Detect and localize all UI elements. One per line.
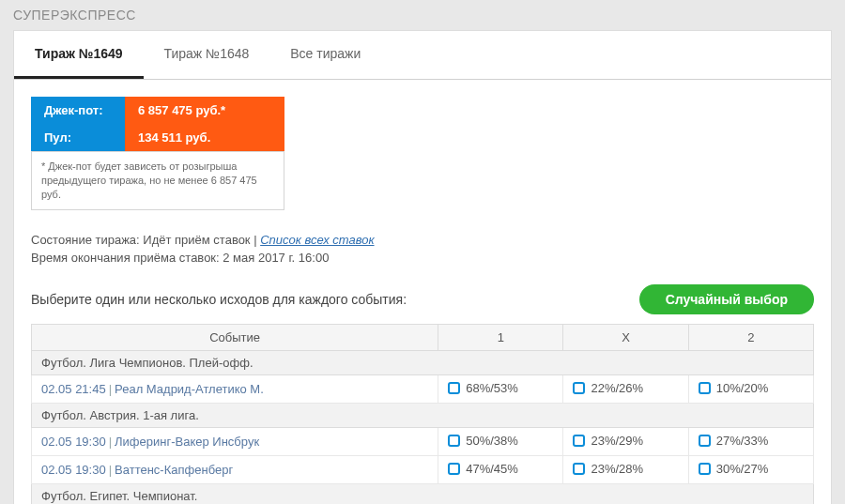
checkbox-icon[interactable] bbox=[573, 382, 585, 394]
group-title: Футбол. Австрия. 1-ая лига. bbox=[32, 403, 814, 427]
event-cell: 02.05 21:45|Реал Мадрид-Атлетико М. bbox=[32, 374, 438, 403]
pool-label: Пул: bbox=[31, 124, 125, 151]
outcome-cell-o2[interactable]: 30%/27% bbox=[688, 455, 813, 483]
group-title: Футбол. Лига Чемпионов. Плей-офф. bbox=[32, 350, 814, 374]
outcome-cell-o1[interactable]: 47%/45% bbox=[438, 455, 563, 483]
content: Джек-пот: 6 857 475 руб.* Пул: 134 511 р… bbox=[14, 80, 831, 504]
outcome-cell-o2[interactable]: 10%/20% bbox=[688, 374, 813, 403]
tab-draw-1648[interactable]: Тираж №1648 bbox=[144, 31, 270, 79]
outcome-cell-ox[interactable]: 23%/28% bbox=[563, 455, 688, 483]
header-outcome-2: 2 bbox=[688, 324, 813, 350]
event-row: 02.05 19:30|Ваттенс-Капфенберг47%/45%23%… bbox=[32, 455, 814, 483]
event-group-header: Футбол. Египет. Чемпионат. bbox=[32, 483, 814, 504]
jackpot-table: Джек-пот: 6 857 475 руб.* Пул: 134 511 р… bbox=[31, 97, 284, 151]
outcome-odds: 27%/33% bbox=[716, 434, 769, 448]
jackpot-label: Джек-пот: bbox=[31, 97, 125, 124]
header-outcome-x: X bbox=[563, 324, 688, 350]
event-match: Лиферинг-Вакер Инсбрук bbox=[115, 435, 259, 449]
deadline-text: Время окончания приёма ставок: 2 мая 201… bbox=[31, 249, 814, 267]
tabs: Тираж №1649 Тираж №1648 Все тиражи bbox=[14, 31, 831, 80]
header-event: Событие bbox=[32, 324, 438, 350]
outcome-cell-o2[interactable]: 27%/33% bbox=[688, 427, 813, 455]
outcome-odds: 22%/26% bbox=[591, 381, 643, 395]
separator: | bbox=[106, 382, 115, 396]
event-group-header: Футбол. Австрия. 1-ая лига. bbox=[32, 403, 814, 427]
jackpot-value: 6 857 475 руб.* bbox=[125, 97, 284, 124]
outcome-odds: 50%/38% bbox=[466, 434, 518, 448]
main-panel: Тираж №1649 Тираж №1648 Все тиражи Джек-… bbox=[13, 30, 832, 504]
outcome-cell-ox[interactable]: 22%/26% bbox=[563, 374, 688, 403]
event-cell: 02.05 19:30|Лиферинг-Вакер Инсбрук bbox=[32, 427, 438, 455]
tab-draw-1649[interactable]: Тираж №1649 bbox=[14, 31, 144, 79]
checkbox-icon[interactable] bbox=[573, 463, 585, 475]
outcome-odds: 30%/27% bbox=[716, 462, 769, 476]
outcome-odds: 23%/28% bbox=[591, 462, 643, 476]
pool-value: 134 511 руб. bbox=[125, 124, 284, 151]
page-title: СУПЕРЭКСПРЕСС bbox=[0, 0, 845, 30]
event-match: Ваттенс-Капфенберг bbox=[115, 463, 233, 477]
outcome-odds: 23%/29% bbox=[591, 434, 643, 448]
random-choice-button[interactable]: Случайный выбор bbox=[639, 284, 814, 314]
checkbox-icon[interactable] bbox=[699, 382, 711, 394]
event-cell: 02.05 19:30|Ваттенс-Капфенберг bbox=[32, 455, 438, 483]
outcome-cell-ox[interactable]: 23%/29% bbox=[563, 427, 688, 455]
event-datetime: 02.05 21:45 bbox=[41, 382, 106, 396]
event-row: 02.05 21:45|Реал Мадрид-Атлетико М.68%/5… bbox=[32, 374, 814, 403]
all-bets-link[interactable]: Список всех ставок bbox=[260, 233, 374, 247]
outcome-odds: 47%/45% bbox=[466, 462, 518, 476]
toolbar: Выберите один или несколько исходов для … bbox=[31, 284, 814, 314]
event-row: 02.05 19:30|Лиферинг-Вакер Инсбрук50%/38… bbox=[32, 427, 814, 455]
checkbox-icon[interactable] bbox=[573, 435, 585, 447]
tab-all-draws[interactable]: Все тиражи bbox=[269, 31, 381, 79]
event-match: Реал Мадрид-Атлетико М. bbox=[115, 382, 264, 396]
outcome-odds: 10%/20% bbox=[716, 381, 769, 395]
event-datetime: 02.05 19:30 bbox=[41, 463, 106, 477]
jackpot-note: * Джек-пот будет зависеть от розыгрыша п… bbox=[31, 151, 284, 210]
checkbox-icon[interactable] bbox=[448, 382, 460, 394]
checkbox-icon[interactable] bbox=[699, 435, 711, 447]
outcome-cell-o1[interactable]: 50%/38% bbox=[438, 427, 563, 455]
event-group-header: Футбол. Лига Чемпионов. Плей-офф. bbox=[32, 350, 814, 374]
separator: | bbox=[106, 463, 115, 477]
draw-status-text: Состояние тиража: Идёт приём ставок | bbox=[31, 233, 260, 247]
group-title: Футбол. Египет. Чемпионат. bbox=[32, 483, 814, 504]
separator: | bbox=[106, 435, 115, 449]
checkbox-icon[interactable] bbox=[699, 463, 711, 475]
event-datetime: 02.05 19:30 bbox=[41, 435, 106, 449]
status-block: Состояние тиража: Идёт приём ставок | Сп… bbox=[31, 231, 814, 267]
events-table: Событие 1 X 2 Футбол. Лига Чемпионов. Пл… bbox=[31, 324, 814, 504]
checkbox-icon[interactable] bbox=[448, 463, 460, 475]
checkbox-icon[interactable] bbox=[448, 435, 460, 447]
prompt-text: Выберите один или несколько исходов для … bbox=[31, 292, 407, 307]
outcome-odds: 68%/53% bbox=[466, 381, 518, 395]
header-outcome-1: 1 bbox=[438, 324, 563, 350]
outcome-cell-o1[interactable]: 68%/53% bbox=[438, 374, 563, 403]
